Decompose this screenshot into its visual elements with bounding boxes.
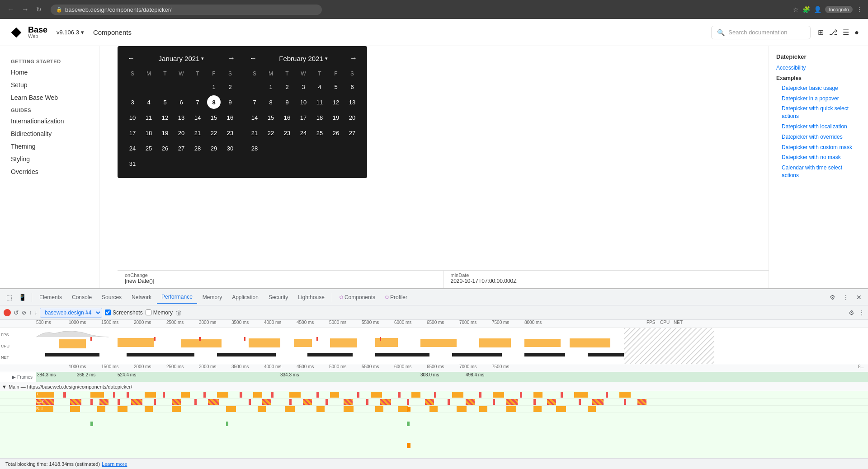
devtools-device-btn[interactable]: 📱 bbox=[16, 292, 29, 303]
jan-day-24[interactable]: 24 bbox=[126, 141, 139, 155]
flame-red-4[interactable] bbox=[163, 392, 165, 398]
reload-button[interactable]: ↻ bbox=[34, 4, 43, 15]
tab-elements[interactable]: Elements bbox=[35, 291, 66, 303]
flame-red-e11[interactable] bbox=[493, 399, 495, 405]
download-btn[interactable]: ↓ bbox=[34, 310, 37, 316]
feb-day-24[interactable]: 24 bbox=[297, 126, 310, 140]
feb-day-6[interactable]: 6 bbox=[345, 80, 359, 94]
flame-block-f14[interactable] bbox=[398, 406, 408, 412]
sidebar-styling-link[interactable]: Styling bbox=[0, 153, 99, 165]
clear-btn[interactable]: ⊘ bbox=[22, 310, 26, 316]
feb-day-3[interactable]: 3 bbox=[297, 80, 310, 94]
devtools-settings-btn[interactable]: ⚙ bbox=[827, 292, 838, 303]
sidebar-setup-link[interactable]: Setup bbox=[0, 79, 99, 91]
feb-day-9[interactable]: 9 bbox=[280, 95, 294, 109]
search-box[interactable]: 🔍 Search documentation bbox=[711, 26, 811, 39]
trash-btn[interactable]: 🗑 bbox=[175, 309, 182, 316]
jan-day-26[interactable]: 26 bbox=[158, 141, 172, 155]
tab-network[interactable]: Network bbox=[127, 291, 156, 303]
back-button[interactable]: ← bbox=[5, 4, 16, 15]
user-profile-button[interactable]: 👤 bbox=[814, 6, 821, 13]
flame-block-f5[interactable] bbox=[145, 406, 153, 412]
flame-block-t11[interactable] bbox=[452, 392, 463, 398]
jan-day-30[interactable]: 30 bbox=[223, 141, 237, 155]
feb-day-28[interactable]: 28 bbox=[248, 141, 261, 155]
flame-block-f3[interactable] bbox=[97, 406, 105, 412]
jan-day-3[interactable]: 3 bbox=[126, 95, 139, 109]
accessibility-link[interactable]: Accessibility bbox=[769, 63, 868, 73]
sidebar-bidi-link[interactable]: Bidirectionality bbox=[0, 127, 99, 140]
jan-day-8[interactable]: 8 bbox=[207, 95, 221, 109]
flame-red-12[interactable] bbox=[479, 392, 481, 398]
flame-block-e9[interactable] bbox=[344, 399, 353, 405]
sidebar-learn-link[interactable]: Learn Base Web bbox=[0, 91, 99, 104]
flame-block-f21[interactable] bbox=[588, 406, 596, 412]
flame-block-e12[interactable] bbox=[466, 399, 475, 405]
feb-day-27[interactable]: 27 bbox=[345, 126, 359, 140]
flame-block-f12[interactable] bbox=[344, 406, 354, 412]
flame-red-e9[interactable] bbox=[407, 399, 409, 405]
flame-block-t5[interactable] bbox=[217, 392, 228, 398]
feb-day-5[interactable]: 5 bbox=[329, 80, 343, 94]
flame-block-t6[interactable] bbox=[253, 392, 262, 398]
tab-profiler[interactable]: ⬡Profiler bbox=[381, 291, 412, 303]
flame-block-e8[interactable] bbox=[303, 399, 312, 405]
refresh-record-btn[interactable]: ↺ bbox=[14, 309, 19, 316]
feb-day-19[interactable]: 19 bbox=[329, 111, 343, 124]
feb-day-25[interactable]: 25 bbox=[313, 126, 326, 140]
flame-block-t8[interactable] bbox=[330, 392, 339, 398]
learn-more-link[interactable]: Learn more bbox=[102, 461, 127, 467]
flame-red-11[interactable] bbox=[434, 392, 436, 398]
jan-day-7[interactable]: 7 bbox=[191, 95, 204, 109]
flame-block-e10[interactable] bbox=[380, 399, 391, 405]
jan-day-11[interactable]: 11 bbox=[142, 111, 156, 124]
flame-red-e4[interactable] bbox=[194, 399, 197, 405]
feb-day-11[interactable]: 11 bbox=[313, 95, 326, 109]
jan-day-9[interactable]: 9 bbox=[223, 95, 237, 109]
flame-block-t15[interactable] bbox=[619, 392, 631, 398]
flame-red-9[interactable] bbox=[357, 392, 359, 398]
feb-day-18[interactable]: 18 bbox=[313, 111, 326, 124]
devtools-more-btn[interactable]: ⋮ bbox=[840, 292, 852, 303]
jan-day-29[interactable]: 29 bbox=[207, 141, 221, 155]
tab-security[interactable]: Security bbox=[264, 291, 292, 303]
upload-btn[interactable]: ↑ bbox=[29, 310, 32, 316]
flame-red-6[interactable] bbox=[240, 392, 242, 398]
flame-red-14[interactable] bbox=[561, 392, 563, 398]
flame-red-e5[interactable] bbox=[249, 399, 251, 405]
feb-prev-btn[interactable]: ← bbox=[247, 53, 259, 63]
memory-checkbox[interactable] bbox=[146, 310, 151, 315]
memory-checkbox-label[interactable]: Memory bbox=[146, 310, 173, 316]
jan-day-18[interactable]: 18 bbox=[142, 126, 156, 140]
jan-day-12[interactable]: 12 bbox=[158, 111, 172, 124]
feb-day-10[interactable]: 10 bbox=[297, 95, 310, 109]
feb-day-12[interactable]: 12 bbox=[329, 95, 343, 109]
jan-day-23[interactable]: 23 bbox=[223, 126, 237, 140]
flame-orange-dot[interactable] bbox=[407, 407, 410, 412]
feb-day-2[interactable]: 2 bbox=[280, 80, 294, 94]
flame-block-t9[interactable] bbox=[371, 392, 382, 398]
flame-red-e10[interactable] bbox=[448, 399, 450, 405]
flame-red-8[interactable] bbox=[316, 392, 319, 398]
flame-block-f16[interactable] bbox=[457, 406, 467, 412]
flame-block-e1[interactable]: E...r bbox=[36, 399, 54, 405]
rs-link-2[interactable]: Datepicker in a popover bbox=[769, 94, 868, 104]
flame-block-e4[interactable] bbox=[131, 399, 142, 405]
flame-red-10[interactable] bbox=[398, 392, 401, 398]
feb-day-22[interactable]: 22 bbox=[264, 126, 278, 140]
feb-day-13[interactable]: 13 bbox=[345, 95, 359, 109]
tab-console[interactable]: Console bbox=[67, 291, 96, 303]
rs-link-3[interactable]: Datepicker with quick select actions bbox=[769, 103, 868, 122]
jan-day-15[interactable]: 15 bbox=[207, 111, 221, 124]
feb-day-23[interactable]: 23 bbox=[280, 126, 294, 140]
more-button[interactable]: ⋮ bbox=[856, 6, 863, 13]
flame-red-15[interactable] bbox=[606, 392, 608, 398]
flame-red-e7[interactable] bbox=[326, 399, 328, 405]
flame-red-3[interactable] bbox=[127, 392, 129, 398]
flame-red-e2[interactable] bbox=[118, 399, 120, 405]
tab-components[interactable]: ⬡Components bbox=[335, 291, 380, 303]
jan-day-1[interactable]: 1 bbox=[207, 80, 221, 94]
feb-day-26[interactable]: 26 bbox=[329, 126, 343, 140]
jan-day-31[interactable]: 31 bbox=[126, 157, 139, 170]
feb-day-1[interactable]: 1 bbox=[264, 80, 278, 94]
